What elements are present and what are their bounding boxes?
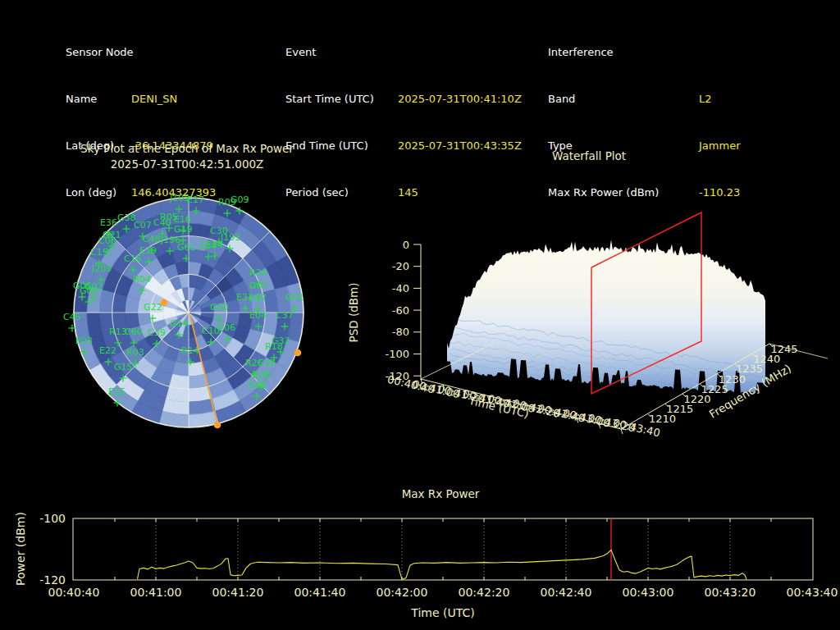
interference-dot bbox=[214, 422, 221, 429]
y-tick-label: -120 bbox=[39, 573, 66, 587]
psd-surface bbox=[447, 240, 765, 394]
power-plot-body: -100-12000:40:4000:41:0000:41:2000:41:40… bbox=[39, 512, 838, 599]
psd-tick-label: -80 bbox=[392, 326, 409, 338]
interference-dot bbox=[294, 349, 302, 357]
power-axis-label: Power (dBm) bbox=[14, 512, 27, 586]
satellite-label: C07 bbox=[134, 220, 152, 231]
satellite-label: G07 bbox=[249, 281, 268, 291]
satellite-label: J209 bbox=[91, 263, 112, 274]
satellite-label: G22 bbox=[144, 302, 162, 313]
x-tick-label: 00:43:40 bbox=[787, 586, 838, 599]
satellite-label: R14 bbox=[181, 345, 199, 356]
satellite-label: C10 bbox=[202, 326, 220, 336]
x-tick-label: 00:41:40 bbox=[294, 586, 346, 599]
dashboard-canvas: J105E17R09G09G38E36C07C40R05E16G19G21C06… bbox=[0, 0, 840, 630]
sky-plot-subtitle: 2025-07-31T00:42:51.000Z bbox=[111, 158, 264, 171]
interference-dot bbox=[161, 299, 168, 307]
dashboard: Sensor Node NameDENI_SN Lat (deg)-36.143… bbox=[0, 0, 840, 630]
satellite-label: C38 bbox=[258, 358, 276, 368]
satellite-label: R18 bbox=[265, 341, 283, 352]
x-tick-label: 00:42:00 bbox=[377, 586, 428, 599]
power-series-line bbox=[138, 550, 747, 579]
satellite-label: C15 bbox=[90, 247, 108, 258]
satellite-label: C16 bbox=[124, 253, 142, 264]
satellite-label: C45 bbox=[63, 312, 81, 322]
satellite-label: E17 bbox=[187, 194, 204, 205]
max-rx-power-plot: -100-12000:40:4000:41:0000:41:2000:41:40… bbox=[14, 487, 838, 619]
satellite-label: G08 bbox=[248, 380, 267, 390]
satellite-label: G15 bbox=[114, 362, 133, 372]
y-tick-label: -100 bbox=[39, 512, 66, 525]
satellite-label: C37 bbox=[276, 310, 294, 321]
sky-plot: J105E17R09G09G38E36C07C40R05E16G19G21C06… bbox=[63, 142, 304, 428]
satellite-label: E34 bbox=[206, 240, 223, 250]
satellite-label: E03 bbox=[75, 336, 93, 346]
satellite-label: E22 bbox=[99, 345, 116, 356]
psd-tick-label: -60 bbox=[392, 304, 409, 317]
satellite-label: E36 bbox=[100, 217, 117, 228]
satellite-label: G30 bbox=[210, 302, 229, 313]
psd-tick-label: -40 bbox=[392, 282, 409, 294]
waterfall-title: Waterfall Plot bbox=[552, 149, 626, 162]
satellite-label: G04 bbox=[80, 285, 98, 296]
satellite-label: E15 bbox=[108, 386, 126, 397]
satellite-label: G01 bbox=[285, 292, 304, 303]
satellite-label: E04 bbox=[249, 310, 267, 321]
psd-tick-label: -20 bbox=[392, 260, 409, 272]
satellite-label: R24 bbox=[249, 267, 267, 278]
x-tick-label: 00:43:00 bbox=[623, 586, 674, 599]
satellite-label: C27 bbox=[249, 293, 267, 304]
x-tick-label: 00:42:40 bbox=[541, 586, 592, 599]
satellite-label: C60 bbox=[125, 326, 143, 337]
sky-plot-title: Sky Plot at the Epoch of Max Rx Power bbox=[80, 142, 294, 155]
satellite-label: G19 bbox=[174, 224, 193, 235]
x-tick-label: 00:42:20 bbox=[459, 586, 510, 599]
psd-tick-label: 0 bbox=[403, 239, 409, 251]
satellite-label: R03 bbox=[126, 347, 144, 358]
satellite-label: E19 bbox=[139, 245, 157, 256]
waterfall-plot: 0-20-40-60-80-100-12000:40:4000:41:0000:… bbox=[347, 149, 828, 439]
satellite-label: G61 bbox=[177, 242, 196, 253]
psd-axis-label: PSD (dBm) bbox=[347, 283, 360, 343]
satellite-label: C39 bbox=[148, 327, 166, 338]
frequency-tick-label: 1245 bbox=[770, 343, 797, 355]
x-tick-label: 00:40:40 bbox=[48, 586, 100, 599]
power-plot-title: Max Rx Power bbox=[402, 487, 480, 500]
satellite-label: G14 bbox=[170, 318, 189, 329]
satellite-label: C06 bbox=[98, 235, 116, 246]
x-tick-label: 00:41:00 bbox=[130, 586, 182, 599]
satellite-label: E06 bbox=[218, 322, 235, 333]
x-tick-label: 00:43:20 bbox=[705, 586, 756, 599]
x-tick-label: 00:41:20 bbox=[212, 586, 264, 599]
psd-tick-label: -100 bbox=[385, 348, 409, 360]
satellite-label: G09 bbox=[231, 194, 249, 205]
satellite-label: C48 bbox=[143, 234, 161, 244]
power-time-axis-label: Time (UTC) bbox=[410, 606, 474, 619]
satellite-label: R04 bbox=[133, 274, 151, 285]
plot-border bbox=[73, 518, 813, 580]
